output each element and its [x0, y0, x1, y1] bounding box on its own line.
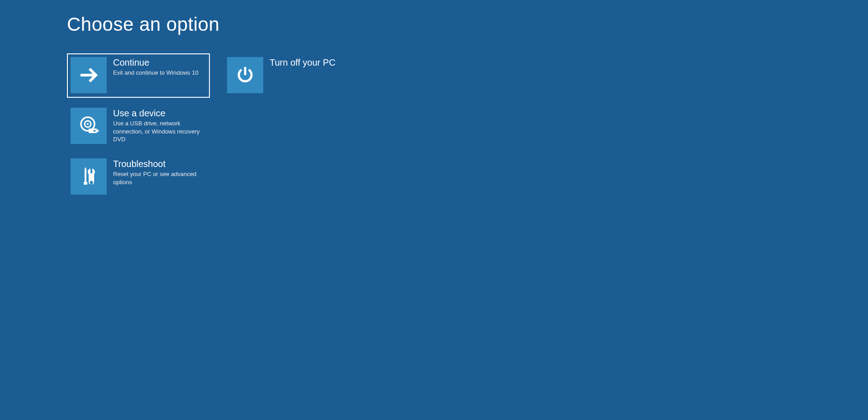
arrow-right-icon: [71, 57, 107, 93]
troubleshoot-tile[interactable]: Troubleshoot Reset your PC or see advanc…: [67, 155, 210, 199]
svg-rect-7: [94, 130, 95, 132]
troubleshoot-desc: Reset your PC or see advanced options: [113, 170, 204, 186]
usedevice-title: Use a device: [113, 108, 204, 119]
svg-point-12: [90, 181, 93, 184]
svg-rect-6: [97, 130, 99, 132]
svg-rect-11: [90, 168, 92, 173]
turnoff-tile[interactable]: Turn off your PC: [223, 53, 366, 98]
svg-rect-9: [84, 182, 87, 185]
disc-usb-icon: [71, 108, 107, 144]
continue-title: Continue: [113, 57, 199, 68]
usedevice-tile[interactable]: Use a device Use a USB drive, network co…: [67, 104, 210, 148]
continue-desc: Exit and continue to Windows 10: [113, 69, 199, 77]
turnoff-title: Turn off your PC: [270, 57, 336, 68]
tools-icon: [71, 158, 107, 195]
page-title: Choose an option: [67, 14, 868, 35]
power-icon: [227, 57, 263, 93]
options-grid: Continue Exit and continue to Windows 10…: [67, 53, 868, 199]
svg-marker-10: [85, 167, 86, 169]
svg-rect-8: [85, 169, 86, 182]
svg-rect-5: [89, 129, 97, 133]
troubleshoot-title: Troubleshoot: [113, 158, 204, 169]
continue-tile[interactable]: Continue Exit and continue to Windows 10: [67, 53, 210, 98]
usedevice-desc: Use a USB drive, network connection, or …: [113, 119, 204, 143]
svg-point-4: [87, 123, 89, 125]
